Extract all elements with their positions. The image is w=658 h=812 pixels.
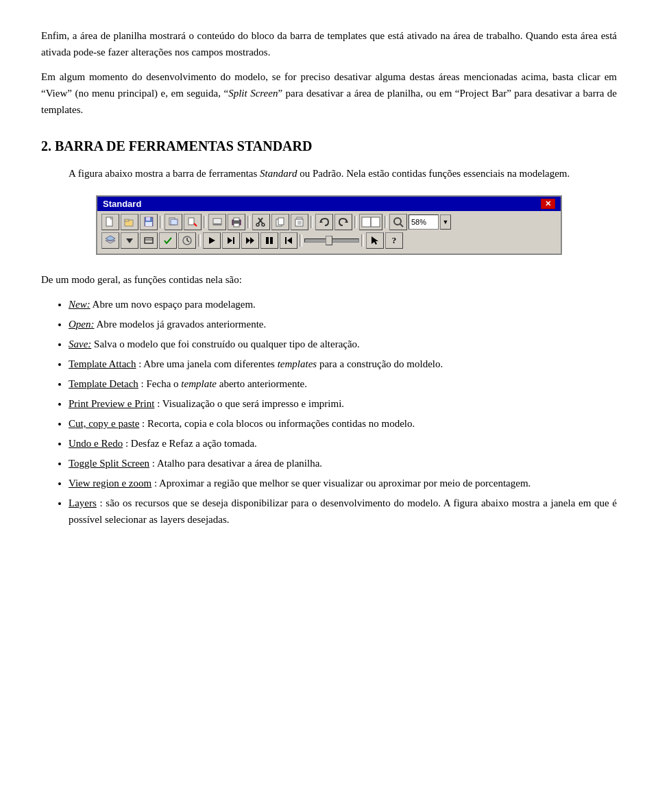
toolbar-close-button[interactable]: ✕	[541, 199, 555, 209]
toolbar-select-button[interactable]	[366, 232, 384, 249]
bullet-text-layers: : são os recursos que se deseja disponib…	[69, 497, 617, 525]
svg-rect-6	[145, 222, 152, 226]
toolbar-body: ▼	[97, 211, 561, 254]
svg-rect-50	[285, 237, 287, 244]
svg-rect-5	[146, 217, 150, 221]
separator-7	[197, 232, 202, 249]
separator-4	[310, 214, 314, 230]
bullet-text-template-attach: : Abre uma janela com diferentes templat…	[138, 358, 443, 369]
bullet-label-view-zoom: View region e zoom	[69, 478, 151, 489]
toolbar-clock-button[interactable]	[178, 232, 196, 249]
section-heading: 2. BARRA DE FERRAMENTAS STANDARD	[41, 138, 617, 154]
bullet-text-toggle-split: : Atalho para desativar a área de planil…	[152, 458, 322, 469]
bullet-item-save: Save: Salva o modelo que foi construído …	[69, 336, 617, 352]
toolbar-row-1: ▼	[101, 214, 557, 230]
bullet-label-undo-redo: Undo e Redo	[69, 438, 123, 449]
svg-rect-12	[214, 220, 221, 223]
toolbar-template-attach-button[interactable]	[164, 214, 182, 230]
bullet-item-view-zoom: View region e zoom : Aproximar a região …	[69, 475, 617, 491]
toolbar-open-button[interactable]	[121, 214, 138, 230]
svg-point-20	[262, 223, 265, 226]
section-title: BARRA DE FERRAMENTAS STANDARD	[55, 138, 312, 153]
bullet-item-layers: Layers : são os recursos que se deseja d…	[69, 495, 617, 528]
zoom-dropdown-button[interactable]: ▼	[440, 214, 451, 230]
bullet-text-new: Abre um novo espaço para modelagem.	[93, 299, 256, 310]
toolbar-view-region-button[interactable]	[389, 214, 407, 230]
bullet-item-template-detach: Template Detach : Fecha o template abert…	[69, 376, 617, 392]
toolbar-pause-button[interactable]	[260, 232, 278, 249]
bullet-text-undo-redo: : Desfaz e Refaz a ação tomada.	[125, 438, 257, 449]
bullet-list: New: Abre um novo espaço para modelagem.…	[69, 296, 617, 528]
separator-5	[354, 214, 358, 230]
toolbar-title: Standard	[103, 199, 141, 209]
sub-p1-end: ou Padrão. Nela estão contidas funções e…	[297, 168, 570, 179]
bullet-item-cut-copy-paste: Cut, copy e paste : Recorta, copia e col…	[69, 415, 617, 432]
svg-rect-48	[270, 237, 273, 244]
bullet-item-undo-redo: Undo e Redo : Desfaz e Refaz a ação toma…	[69, 435, 617, 452]
bullet-label-layers: Layers	[69, 497, 97, 508]
bullet-item-open: Open: Abre modelos já gravados anteriorm…	[69, 316, 617, 332]
toolbar-cut-button[interactable]	[252, 214, 270, 230]
toolbar-fast-forward-button[interactable]	[241, 232, 259, 249]
svg-rect-13	[213, 223, 221, 225]
toolbar-layers-button[interactable]	[101, 232, 119, 249]
toolbar-toggle-split-button[interactable]	[359, 214, 382, 230]
svg-marker-49	[287, 237, 292, 244]
bullet-label-cut-copy-paste: Cut, copy e paste	[69, 418, 139, 429]
toolbar-paste-button[interactable]	[291, 214, 308, 230]
separator-1	[159, 214, 163, 230]
bullet-text-template-detach: : Fecha o template aberto anteriormente.	[141, 378, 307, 389]
svg-line-33	[400, 224, 403, 227]
toolbar-row-2: ?	[101, 232, 557, 249]
toolbar-check-tool-button[interactable]	[159, 232, 177, 249]
toolbar-tool3-button[interactable]	[140, 232, 158, 249]
svg-rect-16	[234, 223, 239, 227]
sub-paragraph-1: A figura abaixo mostra a barra de ferram…	[69, 165, 617, 182]
toolbar-print-button[interactable]	[228, 214, 245, 230]
split-screen-text: Split Screen	[228, 88, 278, 99]
toolbar-arrow-down-button[interactable]	[121, 232, 138, 249]
paragraph-1: Enfim, a área de planilha mostrará o con…	[41, 27, 617, 60]
toolbar-copy-button[interactable]	[271, 214, 289, 230]
toolbar-step-forward-button[interactable]	[222, 232, 240, 249]
bullet-label-save: Save:	[69, 339, 91, 349]
bullet-label-toggle-split: Toggle Split Screen	[69, 458, 149, 469]
toolbar-undo-button[interactable]	[315, 214, 333, 230]
toolbar-save-button[interactable]	[140, 214, 158, 230]
paragraph-2: Em algum momento do desenvolvimento do m…	[41, 69, 617, 118]
svg-rect-3	[125, 219, 129, 221]
svg-marker-36	[126, 238, 133, 243]
separator-3	[247, 214, 251, 230]
svg-rect-44	[233, 237, 234, 244]
bullet-text-open: Abre modelos já gravados anteriormente.	[96, 319, 266, 330]
toolbar-print-preview-button[interactable]	[208, 214, 226, 230]
bullet-label-new: New:	[69, 299, 90, 310]
standard-italic: Standard	[260, 168, 297, 179]
svg-line-41	[187, 241, 189, 242]
zoom-input[interactable]	[409, 214, 439, 230]
toolbar-slider[interactable]	[304, 238, 359, 243]
separator-8	[299, 232, 303, 249]
toolbar-step-back-button[interactable]	[280, 232, 297, 249]
toolbar-redo-button[interactable]	[334, 214, 352, 230]
toolbar-titlebar: Standard ✕	[97, 197, 561, 211]
sub-p1-start: A figura abaixo mostra a barra de ferram…	[69, 168, 260, 179]
toolbar-container: Standard ✕	[96, 195, 562, 255]
toolbar-help-button[interactable]: ?	[385, 232, 403, 249]
toolbar-play-button[interactable]	[203, 232, 221, 249]
bullet-item-template-attach: Template Attach : Abre uma janela com di…	[69, 356, 617, 372]
bullet-text-save: Salva o modelo que foi construído ou qua…	[94, 339, 360, 349]
separator-2	[203, 214, 207, 230]
toolbar-new-button[interactable]	[101, 214, 119, 230]
toolbar-template-detach-button[interactable]	[184, 214, 202, 230]
bullet-text-cut-copy-paste: : Recorta, copia e cola blocos ou inform…	[142, 418, 415, 429]
svg-rect-37	[145, 238, 153, 243]
svg-rect-47	[266, 237, 269, 244]
svg-rect-15	[234, 218, 239, 221]
description-paragraph: De um modo geral, as funções contidas ne…	[41, 271, 617, 288]
bullet-text-view-zoom: : Aproximar a região que melhor se quer …	[154, 478, 531, 489]
svg-line-10	[194, 223, 197, 226]
slider-thumb[interactable]	[326, 236, 332, 245]
svg-rect-22	[278, 218, 284, 225]
svg-marker-46	[250, 237, 254, 244]
